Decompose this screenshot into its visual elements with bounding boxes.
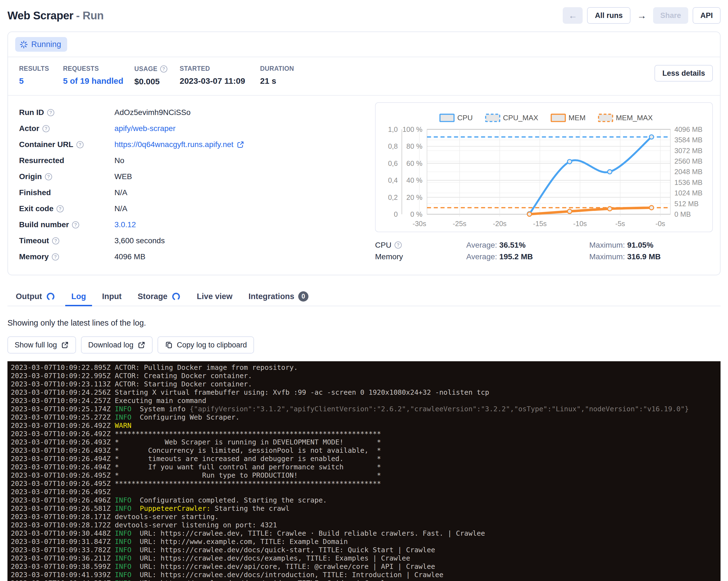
tab-live-view[interactable]: Live view xyxy=(191,288,238,306)
all-runs-button[interactable]: All runs xyxy=(587,7,630,24)
usage-chart-card: 1,00,80,60,40,20100 %80 %60 %40 %20 %0 %… xyxy=(375,102,713,232)
detail-label: Finished xyxy=(19,188,114,197)
svg-text:-10s: -10s xyxy=(573,220,587,228)
question-icon[interactable]: ? xyxy=(42,125,50,133)
svg-text:-0s: -0s xyxy=(655,220,665,228)
detail-value: WEB xyxy=(114,172,132,181)
less-details-button[interactable]: Less details xyxy=(654,65,713,82)
detail-value: No xyxy=(114,156,124,165)
detail-row-run-id: Run ID?AdOz5evimh9NCiSSo xyxy=(19,104,375,121)
log-notice: Showing only the latest lines of the log… xyxy=(7,318,721,327)
question-icon[interactable]: ? xyxy=(45,173,53,181)
spinner-icon xyxy=(20,41,28,49)
detail-row-memory: Memory?4096 MB xyxy=(19,249,375,265)
spinner-arc-icon xyxy=(171,292,181,301)
log-line: 2023-03-07T10:09:26.492Z ***************… xyxy=(11,430,721,438)
tab-label: Output xyxy=(16,292,42,301)
stat-value: 21 s xyxy=(260,76,321,86)
legend-cpu_max[interactable]: CPU_MAX xyxy=(486,114,538,122)
copy-icon xyxy=(165,341,173,349)
external-link-blue-icon xyxy=(236,141,244,149)
external-link-icon xyxy=(137,341,146,349)
next-run-button[interactable]: → xyxy=(635,10,649,21)
question-icon[interactable]: ? xyxy=(160,65,168,73)
tab-count-badge: 0 xyxy=(298,291,308,301)
svg-text:CPU: CPU xyxy=(457,114,473,122)
log-viewer[interactable]: 2023-03-07T10:09:22.895Z ACTOR: Pulling … xyxy=(7,361,721,581)
question-icon[interactable]: ? xyxy=(56,205,64,213)
series-line-cpu xyxy=(529,137,652,214)
usage-summary: CPU?Average:36.51%Maximum:91.05%MemoryAv… xyxy=(375,239,713,263)
usage-average-value: 36.51% xyxy=(499,241,526,249)
log-line: 2023-03-07T10:09:31.847Z INFO URL: http:… xyxy=(11,537,721,546)
detail-label: Origin? xyxy=(19,172,114,181)
show-full-log-button[interactable]: Show full log xyxy=(7,336,76,353)
tab-label: Integrations xyxy=(249,292,294,301)
legend-mem_max[interactable]: MEM_MAX xyxy=(599,114,653,122)
legend-mem[interactable]: MEM xyxy=(551,114,586,122)
api-button[interactable]: API xyxy=(693,7,721,24)
log-line: 2023-03-07T10:09:26.493Z * Concurrency i… xyxy=(11,446,721,455)
svg-text:3584 MB: 3584 MB xyxy=(674,136,703,144)
svg-text:?: ? xyxy=(54,254,57,259)
tab-input[interactable]: Input xyxy=(96,288,128,306)
usage-maximum: Maximum:91.05% xyxy=(589,241,713,249)
detail-value[interactable]: 3.0.12 xyxy=(114,220,136,229)
tab-integrations[interactable]: Integrations0 xyxy=(242,288,314,306)
stat-label: DURATION xyxy=(260,65,321,73)
svg-text:CPU_MAX: CPU_MAX xyxy=(503,114,538,122)
question-icon[interactable]: ? xyxy=(76,141,84,149)
share-button[interactable]: Share xyxy=(653,7,688,24)
tab-log[interactable]: Log xyxy=(65,288,92,306)
detail-value[interactable]: apify/web-scraper xyxy=(114,124,176,133)
svg-text:?: ? xyxy=(397,243,400,248)
log-line: 2023-03-07T10:09:26.494Z * If you want f… xyxy=(11,463,721,471)
stat-label: STARTED xyxy=(180,65,260,73)
detail-label: Exit code? xyxy=(19,204,114,213)
detail-row-origin: Origin?WEB xyxy=(19,168,375,185)
tab-output[interactable]: Output xyxy=(10,288,61,306)
log-line: 2023-03-07T10:09:24.257Z Executing main … xyxy=(11,397,721,405)
page-title-suffix: - Run xyxy=(76,9,104,22)
usage-maximum-value: 316.9 MB xyxy=(627,253,660,261)
svg-text:0 %: 0 % xyxy=(410,210,422,218)
svg-text:?: ? xyxy=(45,126,48,131)
detail-label: Memory? xyxy=(19,253,114,261)
log-line: 2023-03-07T10:09:30.448Z INFO URL: https… xyxy=(11,529,721,537)
log-line: 2023-03-07T10:09:26.581Z INFO PuppeteerC… xyxy=(11,504,721,513)
data-point-cpu xyxy=(607,170,612,174)
stat-value[interactable]: 5 of 19 handled xyxy=(63,76,134,86)
stat-started: STARTED2023-03-07 11:09 xyxy=(180,65,260,86)
detail-value[interactable]: https://0q64wnacgyft.runs.apify.net xyxy=(114,140,244,149)
question-icon[interactable]: ? xyxy=(394,241,402,249)
svg-text:4096 MB: 4096 MB xyxy=(674,126,703,133)
tab-storage[interactable]: Storage xyxy=(132,288,187,306)
run-stats-row: RESULTS5REQUESTS5 of 19 handledUSAGE?$0.… xyxy=(8,57,720,95)
detail-label: Build number? xyxy=(19,220,114,229)
svg-text:-20s: -20s xyxy=(493,220,506,228)
question-icon[interactable]: ? xyxy=(47,109,55,117)
stat-duration: DURATION21 s xyxy=(260,65,321,86)
detail-row-finished: FinishedN/A xyxy=(19,185,375,201)
question-icon[interactable]: ? xyxy=(51,253,59,261)
svg-text:1,0: 1,0 xyxy=(388,126,398,133)
stat-label: RESULTS xyxy=(19,65,63,73)
data-point-cpu xyxy=(567,159,572,164)
tab-label: Input xyxy=(102,292,122,301)
download-log-button[interactable]: Download log xyxy=(81,336,153,353)
stat-value[interactable]: 5 xyxy=(19,76,63,86)
detail-value: 4096 MB xyxy=(114,253,146,261)
previous-run-button[interactable]: ← xyxy=(563,7,582,24)
question-icon[interactable]: ? xyxy=(52,237,60,245)
detail-value: AdOz5evimh9NCiSSo xyxy=(114,108,190,117)
status-badge: Running xyxy=(15,37,67,52)
detail-label: Run ID? xyxy=(19,108,114,117)
detail-row-container-url: Container URL?https://0q64wnacgyft.runs.… xyxy=(19,136,375,153)
copy-log-to-clipboard-button[interactable]: Copy log to clipboard xyxy=(158,336,254,353)
usage-row-cpu: CPU?Average:36.51%Maximum:91.05% xyxy=(375,239,713,251)
legend-cpu[interactable]: CPU xyxy=(440,114,473,122)
detail-row-timeout: Timeout?3,600 seconds xyxy=(19,233,375,249)
svg-text:0,8: 0,8 xyxy=(388,142,398,150)
question-icon[interactable]: ? xyxy=(72,221,80,229)
log-line: 2023-03-07T10:09:26.495Z ***************… xyxy=(11,480,721,488)
